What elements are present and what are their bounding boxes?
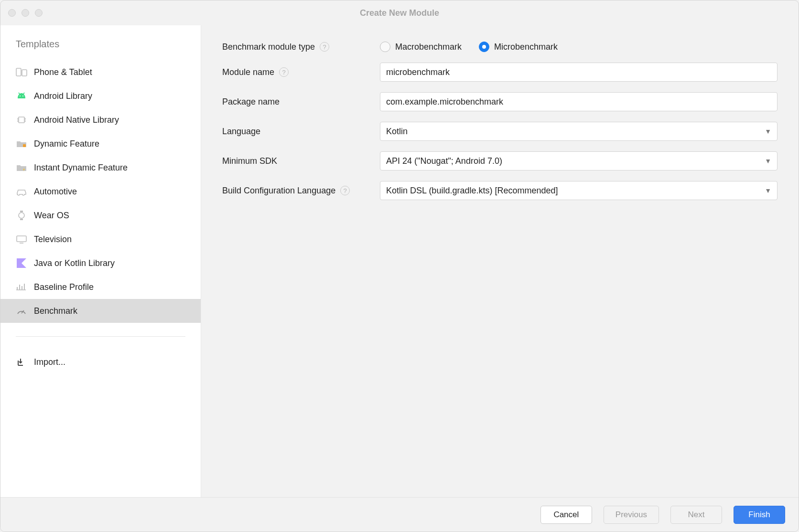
cancel-button[interactable]: Cancel (540, 506, 592, 524)
input-value: microbenchmark (386, 67, 450, 77)
select-value: API 24 ("Nougat"; Android 7.0) (386, 156, 502, 166)
template-item-television[interactable]: Television (0, 227, 201, 251)
template-item-phone-tablet[interactable]: Phone & Tablet (0, 60, 201, 84)
module-name-input[interactable]: microbenchmark (380, 63, 777, 82)
radio-macrobenchmark[interactable]: Macrobenchmark (380, 42, 462, 52)
template-label: Phone & Tablet (34, 67, 92, 77)
gauge-icon (16, 306, 27, 316)
row-package-name: Package name com.example.microbenchmark (222, 92, 777, 111)
template-label: Automotive (34, 187, 77, 197)
radio-microbenchmark[interactable]: Microbenchmark (479, 42, 558, 52)
chevron-down-icon: ▼ (765, 128, 771, 135)
package-name-control: com.example.microbenchmark (380, 92, 777, 111)
svg-rect-6 (19, 117, 24, 123)
radio-icon (380, 42, 390, 52)
dialog-footer: Cancel Previous Next Finish (0, 497, 799, 532)
label-module-name: Module name ? (222, 67, 380, 77)
label-build-config-language: Build Configuration Language ? (222, 186, 380, 196)
templates-heading: Templates (0, 39, 201, 60)
template-item-dynamic-feature[interactable]: Dynamic Feature (0, 132, 201, 156)
svg-rect-16 (20, 219, 23, 220)
dialog-content: Templates Phone & Tablet Android Library… (0, 25, 799, 497)
template-label: Instant Dynamic Feature (34, 163, 128, 173)
import-icon (16, 357, 27, 367)
build-config-language-control: Kotlin DSL (build.gradle.kts) [Recommend… (380, 181, 777, 200)
svg-rect-17 (17, 236, 26, 242)
row-benchmark-type: Benchmark module type ? Macrobenchmark M… (222, 42, 777, 52)
row-minimum-sdk: Minimum SDK API 24 ("Nougat"; Android 7.… (222, 151, 777, 170)
template-item-android-native-library[interactable]: Android Native Library (0, 108, 201, 132)
previous-button[interactable]: Previous (604, 506, 659, 524)
row-build-config-language: Build Configuration Language ? Kotlin DS… (222, 181, 777, 200)
radio-icon (479, 42, 489, 52)
template-label: Benchmark (34, 306, 77, 316)
template-label: Baseline Profile (34, 282, 94, 292)
help-icon[interactable]: ? (320, 42, 329, 52)
radio-label: Macrobenchmark (395, 42, 462, 52)
label-text: Package name (222, 97, 280, 107)
svg-rect-13 (23, 144, 26, 147)
help-icon[interactable]: ? (340, 186, 350, 195)
package-name-input[interactable]: com.example.microbenchmark (380, 92, 777, 111)
label-text: Module name (222, 67, 274, 77)
row-language: Language Kotlin ▼ (222, 122, 777, 141)
module-form: Benchmark module type ? Macrobenchmark M… (201, 25, 799, 497)
folder-dynamic-icon (16, 138, 27, 149)
select-value: Kotlin (386, 127, 408, 137)
svg-line-4 (19, 93, 20, 94)
template-item-baseline-profile[interactable]: Baseline Profile (0, 275, 201, 299)
help-icon[interactable]: ? (279, 67, 289, 77)
template-label: Dynamic Feature (34, 139, 99, 149)
svg-point-2 (20, 96, 21, 96)
template-item-instant-dynamic-feature[interactable]: Instant Dynamic Feature (0, 156, 201, 180)
minimum-sdk-select[interactable]: API 24 ("Nougat"; Android 7.0) ▼ (380, 151, 777, 170)
svg-point-3 (22, 96, 23, 96)
chevron-down-icon: ▼ (765, 157, 771, 165)
build-config-language-select[interactable]: Kotlin DSL (build.gradle.kts) [Recommend… (380, 181, 777, 200)
svg-rect-0 (16, 68, 21, 76)
language-select[interactable]: Kotlin ▼ (380, 122, 777, 141)
template-label: Wear OS (34, 211, 69, 221)
language-control: Kotlin ▼ (380, 122, 777, 141)
label-text: Build Configuration Language (222, 186, 335, 196)
template-item-automotive[interactable]: Automotive (0, 180, 201, 203)
baseline-icon (16, 282, 27, 292)
templates-sidebar: Templates Phone & Tablet Android Library… (0, 25, 201, 497)
input-value: com.example.microbenchmark (386, 97, 503, 107)
template-item-java-kotlin-library[interactable]: Java or Kotlin Library (0, 251, 201, 275)
titlebar: Create New Module (0, 0, 799, 25)
tv-icon (16, 234, 27, 245)
template-item-benchmark[interactable]: Benchmark (0, 299, 201, 323)
svg-point-14 (19, 213, 24, 218)
watch-icon (16, 210, 27, 221)
android-icon (16, 91, 27, 101)
svg-rect-15 (20, 211, 23, 212)
label-language: Language (222, 127, 380, 137)
template-item-android-library[interactable]: Android Library (0, 84, 201, 108)
phone-tablet-icon (16, 67, 27, 77)
template-label: Android Native Library (34, 115, 119, 125)
template-label: Java or Kotlin Library (34, 258, 115, 268)
select-value: Kotlin DSL (build.gradle.kts) [Recommend… (386, 186, 558, 196)
label-text: Language (222, 127, 260, 137)
label-package-name: Package name (222, 97, 380, 107)
module-name-control: microbenchmark (380, 63, 777, 82)
chevron-down-icon: ▼ (765, 187, 771, 194)
car-icon (16, 186, 27, 197)
label-minimum-sdk: Minimum SDK (222, 156, 380, 166)
sidebar-divider (16, 336, 185, 337)
next-button[interactable]: Next (670, 506, 722, 524)
kotlin-icon (16, 258, 27, 268)
finish-button[interactable]: Finish (734, 506, 785, 524)
chip-icon (16, 115, 27, 125)
template-label: Android Library (34, 91, 92, 101)
folder-instant-icon (16, 162, 27, 173)
svg-line-5 (23, 93, 24, 94)
sidebar-item-import[interactable]: Import... (0, 350, 201, 374)
label-benchmark-type: Benchmark module type ? (222, 42, 380, 52)
label-text: Minimum SDK (222, 156, 277, 166)
window-title: Create New Module (0, 8, 799, 18)
template-item-wear-os[interactable]: Wear OS (0, 203, 201, 227)
label-text: Benchmark module type (222, 42, 315, 52)
radio-label: Microbenchmark (494, 42, 558, 52)
